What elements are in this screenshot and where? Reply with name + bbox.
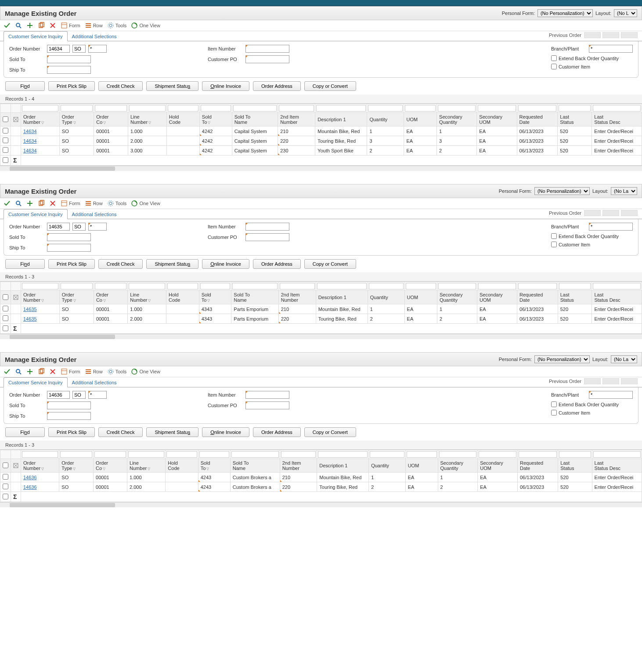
filter-last-status-desc[interactable] [593, 105, 641, 112]
extend-checkbox[interactable] [551, 401, 557, 407]
add-icon[interactable] [26, 200, 33, 207]
filter-req-date[interactable] [518, 283, 557, 289]
col-2nd-item[interactable]: 2nd ItemNumber [278, 291, 316, 304]
table-row[interactable]: 14635SO000011.0004343Parts Emporium210Mo… [0, 304, 642, 314]
copy-convert-button[interactable]: Copy or Convert [304, 81, 356, 91]
filter-sec-uom[interactable] [478, 283, 516, 289]
table-row[interactable]: 14635SO000012.0004343Parts Emporium220To… [0, 314, 642, 324]
row-checkbox[interactable] [3, 147, 8, 153]
select-all-checkbox[interactable] [3, 294, 8, 300]
table-row[interactable]: 14636SO000012.0004243Custom Brokers a220… [0, 482, 642, 492]
item-number-input[interactable] [245, 391, 289, 399]
tab-customer-service-inquiry[interactable]: Customer Service Inquiry [4, 209, 68, 219]
horizontal-scrollbar[interactable] [0, 502, 642, 507]
layout-select[interactable]: (No L [614, 9, 637, 17]
col-sec-uom[interactable]: SecondaryUOM [477, 113, 517, 126]
tab-customer-service-inquiry[interactable]: Customer Service Inquiry [4, 377, 68, 387]
online-invoice-button[interactable]: Online Invoice [202, 259, 249, 269]
filter-last-status-desc[interactable] [593, 451, 641, 458]
tools-menu[interactable]: Tools [107, 368, 127, 375]
table-row[interactable]: 14634SO000011.0004242Capital System210Mo… [0, 126, 642, 136]
col-order-number[interactable]: OrderNumber▽ [21, 459, 59, 473]
col-sec-uom[interactable]: SecondaryUOM [477, 291, 517, 304]
col-last-status[interactable]: LastStatus [558, 291, 592, 304]
col-sec-qty[interactable]: SecondaryQuantity [437, 291, 477, 304]
filter-order-co[interactable] [95, 105, 127, 112]
filter-uom[interactable] [405, 105, 436, 112]
filter-line-number[interactable] [128, 451, 164, 458]
col-last-status[interactable]: LastStatus [558, 113, 592, 126]
add-icon[interactable] [26, 22, 33, 29]
delete-icon[interactable] [49, 200, 56, 207]
online-invoice-button[interactable]: Online Invoice [202, 81, 249, 91]
shipment-status-button[interactable]: Shipment Status [146, 81, 198, 91]
col-order-type[interactable]: OrderType▽ [59, 113, 94, 126]
filter-last-status[interactable] [559, 451, 591, 458]
copy-icon[interactable] [38, 368, 45, 375]
order-number-input[interactable] [47, 223, 70, 231]
order-number-link[interactable]: 14634 [21, 136, 60, 146]
col-quantity[interactable]: Quantity [368, 291, 404, 304]
ship-to-input[interactable] [47, 412, 91, 420]
oneview-menu[interactable]: One View [131, 200, 160, 207]
ship-to-input[interactable] [47, 66, 91, 74]
extend-checkbox[interactable] [551, 233, 557, 239]
col-sold-to[interactable]: SoldTo▽ [199, 113, 232, 126]
order-star-input[interactable] [88, 45, 107, 53]
print-pick-slip-button[interactable]: Print Pick Slip [48, 427, 95, 437]
col-description[interactable]: Description 1 [317, 459, 369, 473]
sigma-checkbox[interactable] [3, 157, 8, 163]
filter-last-status[interactable] [559, 105, 591, 112]
sigma-icon[interactable]: Σ [11, 492, 21, 502]
order-star-input[interactable] [88, 223, 107, 231]
filter-2nd-item[interactable] [279, 105, 314, 112]
order-type-input[interactable] [72, 45, 86, 53]
col-order-co[interactable]: OrderCo▽ [94, 291, 127, 304]
filter-line-number[interactable] [129, 105, 166, 112]
form-menu[interactable]: Form [61, 368, 80, 375]
delete-icon[interactable] [49, 368, 56, 375]
filter-sec-qty[interactable] [438, 283, 476, 289]
customer-item-checkbox[interactable] [551, 242, 557, 247]
ship-to-input[interactable] [47, 244, 91, 252]
filter-sold-to[interactable] [201, 105, 231, 112]
filter-sec-qty[interactable] [439, 451, 477, 458]
copy-icon[interactable] [38, 22, 45, 29]
col-req-date[interactable]: RequestedDate [517, 113, 558, 126]
shipment-status-button[interactable]: Shipment Status [146, 427, 198, 437]
col-2nd-item[interactable]: 2nd ItemNumber [278, 113, 315, 126]
col-last-status-desc[interactable]: LastStatus Desc [592, 291, 642, 304]
order-number-input[interactable] [47, 391, 70, 399]
col-sold-to-name[interactable]: Sold ToName [231, 291, 278, 304]
filter-order-co[interactable] [95, 283, 126, 289]
copy-convert-button[interactable]: Copy or Convert [304, 259, 356, 269]
layout-select[interactable]: (No La [611, 187, 637, 195]
extend-checkbox[interactable] [551, 55, 557, 61]
filter-quantity[interactable] [368, 105, 403, 112]
row-marker-header[interactable] [11, 113, 21, 126]
customer-po-input[interactable] [245, 401, 289, 409]
order-star-input[interactable] [88, 391, 107, 399]
order-number-input[interactable] [47, 45, 70, 53]
row-checkbox[interactable] [3, 484, 8, 489]
col-order-co[interactable]: OrderCo▽ [94, 459, 127, 473]
ok-icon[interactable] [4, 22, 11, 29]
copy-convert-button[interactable]: Copy or Convert [304, 427, 356, 437]
find-button[interactable]: Find [5, 259, 45, 269]
order-number-link[interactable]: 14636 [21, 473, 59, 482]
tab-customer-service-inquiry[interactable]: Customer Service Inquiry [4, 31, 68, 41]
oneview-menu[interactable]: One View [131, 22, 160, 29]
order-address-button[interactable]: Order Address [253, 81, 301, 91]
order-number-link[interactable]: 14634 [21, 146, 60, 155]
tab-additional-selections[interactable]: Additional Selections [68, 210, 121, 219]
print-pick-slip-button[interactable]: Print Pick Slip [48, 259, 95, 269]
order-number-link[interactable]: 14636 [21, 482, 59, 492]
filter-order-number[interactable] [22, 283, 58, 289]
search-icon[interactable] [15, 200, 22, 207]
branch-plant-input[interactable] [589, 391, 633, 399]
filter-sold-to-name[interactable] [232, 283, 277, 289]
personal-form-select[interactable]: (No Personalization) [534, 187, 590, 195]
order-number-link[interactable]: 14635 [21, 314, 60, 324]
find-button[interactable]: Find [5, 427, 45, 437]
filter-sec-uom[interactable] [479, 451, 516, 458]
